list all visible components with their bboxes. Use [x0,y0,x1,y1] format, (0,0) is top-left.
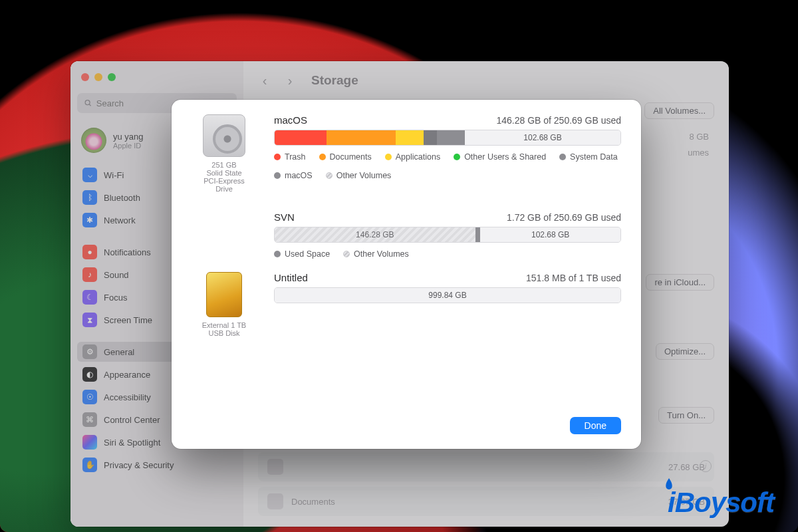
storage-segment [327,130,396,145]
storage-bar-untitled: 999.84 GB [274,287,621,303]
legend-dot-icon [319,154,326,160]
legend-item: Other Volumes [343,249,409,259]
legend-item: Documents [319,152,372,162]
legend-item: Trash [274,152,306,162]
storage-bar-macos: 102.68 GB [274,130,621,146]
internal-drive-icon [203,114,245,157]
volume-macos: 251 GB Solid State PCI-Express Drive mac… [192,114,621,193]
legend-dot-icon [559,154,566,160]
volume-name: macOS [274,114,307,126]
drive-external: External 1 TB USB Disk [192,272,257,337]
storage-bar-svn: 146.28 GB102.68 GB [274,227,621,243]
volume-usage-text: 146.28 GB of 250.69 GB used [496,115,621,126]
volume-name: SVN [274,211,295,223]
storage-segment: 146.28 GB [275,227,475,242]
legend-item: Other Volumes [326,171,392,180]
watermark: iBoysoft [668,487,774,519]
storage-segment [396,130,424,145]
legend-dot-icon [274,251,281,257]
legend-dot-icon [274,154,281,160]
storage-segment [437,130,465,145]
storage-segment [424,130,438,145]
legend-item: Used Space [274,249,330,259]
legend-dot-icon [385,154,392,160]
legend-item: macOS [274,171,313,180]
volume-usage-text: 1.72 GB of 250.69 GB used [507,212,621,223]
legend-item: Other Users & Shared [454,152,546,162]
storage-segment [275,130,327,145]
volume-usage-text: 151.8 MB of 1 TB used [526,273,621,283]
legend-item: System Data [559,152,618,162]
legend-dot-icon [454,154,460,160]
legend-dot-icon [326,172,332,179]
legend-dot-icon [343,251,350,257]
legend-svn: Used SpaceOther Volumes [274,249,621,259]
external-drive-icon [206,272,242,317]
volume-svn: SVN 1.72 GB of 250.69 GB used 146.28 GB1… [192,211,621,259]
storage-segment: 102.68 GB [480,227,620,242]
storage-segment: 102.68 GB [465,130,620,145]
storage-segment [475,227,481,242]
volume-name: Untitled [274,272,308,283]
done-button[interactable]: Done [570,417,621,434]
storage-dialog: 251 GB Solid State PCI-Express Drive mac… [172,100,641,449]
legend-item: Applications [385,152,440,162]
legend-dot-icon [274,172,281,179]
volume-untitled: External 1 TB USB Disk Untitled 151.8 MB… [192,272,621,337]
legend-macos: TrashDocumentsApplicationsOther Users & … [274,152,621,180]
drive-internal: 251 GB Solid State PCI-Express Drive [192,114,257,193]
storage-segment: 999.84 GB [275,288,620,303]
